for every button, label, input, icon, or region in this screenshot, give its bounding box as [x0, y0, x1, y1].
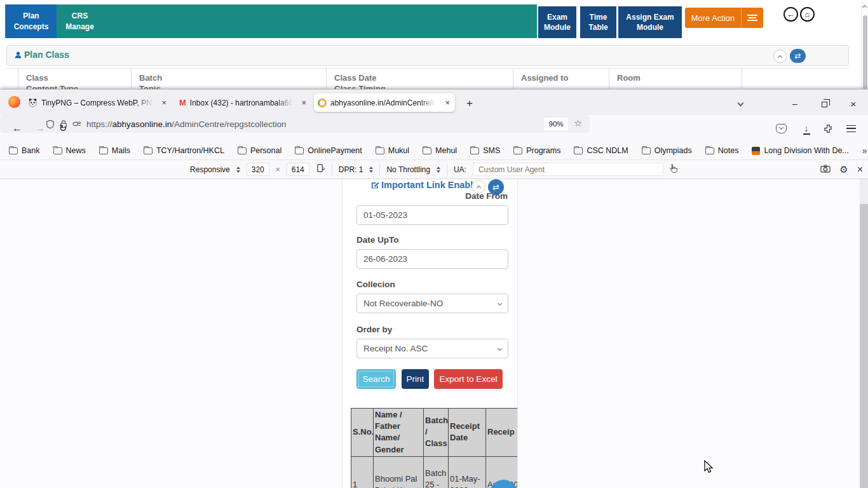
folder-icon [9, 147, 18, 154]
chevron-down-icon [498, 301, 502, 306]
app-home-button[interactable]: ⌂ [800, 7, 815, 22]
firefox-view-icon[interactable] [8, 96, 20, 108]
nav-crs-manage[interactable]: CRS Manage [57, 4, 103, 38]
touch-simulation-icon [670, 164, 678, 173]
list-all-tabs-button[interactable] [732, 97, 749, 111]
orderby-select[interactable]: Receipt No. ASC [356, 339, 508, 358]
rdm-close-button[interactable]: × [857, 164, 863, 175]
app-back-button[interactable]: ← [783, 7, 798, 22]
panel-collapse-button[interactable] [773, 50, 787, 63]
rdm-settings-button[interactable]: ⚙ [839, 164, 848, 175]
back-circle-icon: ← [787, 10, 795, 19]
long-division-favicon [752, 147, 760, 155]
important-link-enable[interactable]: Important Link Enable [370, 180, 478, 190]
print-button[interactable]: Print [402, 369, 429, 389]
rdm-width-input[interactable]: 320 [247, 163, 269, 176]
tab-gmail-inbox[interactable]: M Inbox (432) - hartronambala680 × [175, 93, 311, 112]
rdm-ua-label: UA: [454, 165, 466, 174]
bookmark-folder-tcy[interactable]: TCY/Hartron/HKCL [144, 146, 224, 155]
mobile-viewport: Important Link Enable ⇄ Date From Date U… [342, 179, 518, 488]
bookmark-folder-programs[interactable]: Programs [513, 146, 560, 155]
bookmark-folder-mehul[interactable]: Mehul [423, 146, 457, 155]
page-scrollbar[interactable] [861, 0, 868, 89]
zoom-level-badge[interactable]: 90% [544, 118, 568, 130]
tab-close-icon[interactable]: × [160, 98, 168, 107]
more-action-button[interactable]: More Action [685, 8, 763, 28]
app-menu-button[interactable] [843, 120, 859, 137]
tab-abhyasonline-active[interactable]: abhyasonline.in/AdminCentre/r × [314, 93, 455, 112]
rdm-rotate-button[interactable] [316, 163, 325, 175]
forward-icon: → [35, 123, 45, 134]
url-bar[interactable]: https://abhyasonline.in/AdminCentre/repg… [0, 115, 590, 133]
nav-exam-module[interactable]: Exam Module [538, 6, 576, 38]
nav-plan-concepts[interactable]: Plan Concepts [6, 4, 57, 38]
bookmark-folder-bank[interactable]: Bank [9, 146, 40, 155]
close-icon: × [857, 164, 863, 175]
chevron-down-icon [498, 346, 502, 351]
folder-icon [574, 147, 583, 154]
window-minimize-button[interactable]: – [787, 97, 803, 111]
bookmark-folder-olympiads[interactable]: Olympiads [642, 146, 692, 155]
bookmark-folder-notes[interactable]: Notes [705, 146, 739, 155]
rdm-screenshot-button[interactable] [820, 165, 831, 175]
rdm-scrollbar-thumb[interactable] [860, 204, 868, 488]
collection-select[interactable]: Not Recoverable-NO [356, 294, 508, 313]
updown-icon [437, 166, 440, 173]
updown-icon [236, 166, 240, 173]
tab-close-icon[interactable]: × [300, 98, 308, 107]
camera-icon [820, 165, 831, 173]
downloads-button[interactable]: ↓ [798, 120, 815, 137]
pocket-button[interactable] [773, 120, 789, 137]
header-receipt: Receip [486, 409, 519, 457]
header-name: Name / Father Name/ Gender [374, 409, 424, 457]
permissions-icon[interactable] [72, 120, 81, 128]
bookmark-folder-csc-ndlm[interactable]: CSC NDLM [574, 146, 628, 155]
tab-close-icon[interactable]: × [444, 98, 451, 107]
bookmark-star-icon[interactable]: ☆ [574, 118, 582, 129]
scroll-up-icon[interactable] [862, 5, 867, 10]
folder-icon [376, 147, 384, 154]
nav-assign-exam-module[interactable]: Assign Exam Module [618, 6, 682, 38]
date-upto-input[interactable] [356, 249, 508, 269]
chevron-down-icon [737, 100, 743, 106]
rdm-scrollbar[interactable] [860, 179, 868, 488]
receipts-table: S.No. Name / Father Name/ Gender Batch /… [351, 408, 518, 488]
tab-tinypng[interactable]: TinyPNG – Compress WebP, PN × [24, 93, 172, 112]
export-to-excel-button[interactable]: Export to Excel [434, 369, 503, 389]
date-from-input[interactable] [356, 205, 508, 225]
abhyasonline-favicon [318, 98, 327, 107]
window-close-button[interactable]: × [845, 97, 862, 111]
bookmark-folder-mukul[interactable]: Mukul [376, 146, 409, 155]
bookmark-folder-onlinepayment[interactable]: OnlinePayment [295, 146, 362, 155]
bookmark-folder-mails[interactable]: Mails [99, 146, 130, 155]
panel-swap-button[interactable]: ⇄ [790, 49, 806, 63]
back-button[interactable]: ← [9, 120, 25, 137]
header-receipt-date: Receipt Date [449, 409, 486, 457]
bookmark-folder-personal[interactable]: Personal [238, 146, 281, 155]
bookmarks-overflow-button[interactable]: » [862, 146, 867, 156]
bookmark-long-division[interactable]: Long Division With De... [752, 146, 848, 155]
extensions-button[interactable] [820, 120, 836, 137]
forward-button[interactable]: → [32, 120, 48, 137]
new-tab-button[interactable]: + [461, 97, 478, 111]
search-button[interactable]: Search [356, 369, 396, 389]
reload-button[interactable]: ↻ [55, 120, 71, 137]
rdm-throttling-selector[interactable]: No Throttling [386, 165, 440, 174]
swap-arrows-icon: ⇄ [492, 182, 499, 192]
rdm-dpr-selector[interactable]: DPR: 1 [339, 165, 374, 174]
bookmark-folder-news[interactable]: News [53, 146, 86, 155]
bookmark-folder-sms[interactable]: SMS [470, 146, 500, 155]
table-row: 1 Bhoomi Pal Driraj Kumar Batch 25 - 11 … [351, 456, 519, 488]
updown-icon [369, 166, 373, 173]
rdm-device-selector[interactable]: Responsive [190, 165, 240, 174]
date-upto-label: Date UpTo [356, 235, 399, 245]
rdm-touch-button[interactable] [670, 164, 678, 175]
folder-icon [53, 147, 62, 154]
collection-label: Collecion [356, 280, 395, 289]
window-restore-button[interactable] [816, 97, 832, 111]
page-scrollbar-thumb[interactable] [863, 15, 867, 89]
rdm-ua-input[interactable]: Custom User Agent [473, 163, 663, 176]
rdm-height-input[interactable]: 614 [287, 163, 309, 176]
orderby-label: Order by [356, 325, 392, 334]
nav-time-table[interactable]: Time Table [580, 6, 616, 38]
